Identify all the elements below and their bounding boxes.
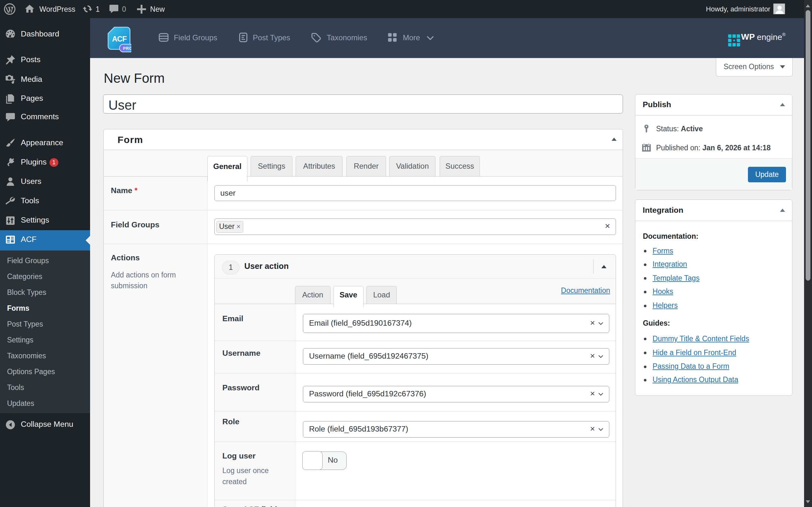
svg-text:ACF: ACF — [112, 35, 126, 43]
svg-text:PRO: PRO — [123, 46, 131, 51]
